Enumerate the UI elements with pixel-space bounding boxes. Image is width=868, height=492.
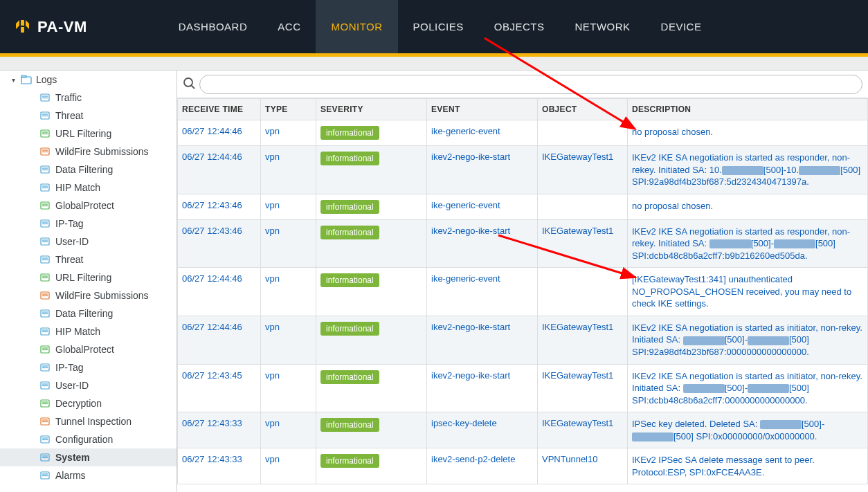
cell-description[interactable]: IKEv2 IKE SA negotiation is started as i…: [628, 364, 868, 412]
sidebar-item-hip-match[interactable]: HIP Match: [0, 322, 177, 340]
cell-event[interactable]: ike-generic-event: [427, 120, 538, 146]
cell-object[interactable]: [538, 268, 628, 316]
column-header-event[interactable]: EVENT: [427, 99, 538, 120]
cell-description[interactable]: [IKEGatewayTest1:341] unauthenticated NO…: [628, 268, 868, 316]
cell-type[interactable]: vpn: [261, 219, 316, 268]
log-type-icon: [40, 255, 51, 264]
sidebar-item-url-filtering[interactable]: URL Filtering: [0, 125, 177, 143]
sidebar-item-data-filtering[interactable]: Data Filtering: [0, 161, 177, 179]
cell-receive-time[interactable]: 06/27 12:44:46: [178, 268, 261, 316]
sidebar-item-url-filtering[interactable]: URL Filtering: [0, 268, 177, 286]
table-row[interactable]: 06/27 12:43:33vpninformationalikev2-send…: [178, 448, 868, 484]
cell-event[interactable]: ipsec-key-delete: [427, 412, 538, 448]
column-header-object[interactable]: OBJECT: [538, 99, 628, 120]
sidebar-item-user-id[interactable]: User-ID: [0, 376, 177, 394]
sidebar-item-wildfire-submissions[interactable]: WildFire Submissions: [0, 286, 177, 304]
cell-receive-time[interactable]: 06/27 12:43:46: [178, 219, 261, 268]
nav-tab-device[interactable]: DEVICE: [646, 0, 717, 53]
severity-badge: informational: [320, 152, 379, 165]
cell-description[interactable]: IKEv2 IKE SA negotiation is started as r…: [628, 146, 868, 194]
nav-tab-acc[interactable]: ACC: [262, 0, 316, 53]
svg-marker-2: [26, 20, 29, 29]
cell-event[interactable]: ikev2-nego-ike-start: [427, 146, 538, 194]
sidebar-group-logs[interactable]: ▾ Logs: [0, 71, 177, 89]
cell-object[interactable]: VPNTunnel10: [538, 448, 628, 484]
table-row[interactable]: 06/27 12:44:46vpninformationalike-generi…: [178, 120, 868, 146]
cell-description[interactable]: IKEv2 IKE SA negotiation is started as i…: [628, 316, 868, 364]
sidebar-item-label: URL Filtering: [55, 272, 111, 283]
table-row[interactable]: 06/27 12:44:46vpninformationalikev2-nego…: [178, 146, 868, 194]
cell-event[interactable]: ike-generic-event: [427, 194, 538, 219]
sidebar-item-decryption[interactable]: Decryption: [0, 394, 177, 412]
sidebar-item-ip-tag[interactable]: IP-Tag: [0, 215, 177, 233]
cell-event[interactable]: ikev2-send-p2-delete: [427, 448, 538, 484]
cell-receive-time[interactable]: 06/27 12:44:46: [178, 146, 261, 194]
cell-type[interactable]: vpn: [261, 194, 316, 219]
sidebar-item-traffic[interactable]: Traffic: [0, 89, 177, 107]
nav-tab-monitor[interactable]: MONITOR: [316, 0, 397, 53]
search-input[interactable]: [199, 75, 862, 94]
column-header-type[interactable]: TYPE: [261, 99, 316, 120]
cell-event[interactable]: ikev2-nego-ike-start: [427, 364, 538, 412]
sidebar-item-globalprotect[interactable]: GlobalProtect: [0, 197, 177, 215]
table-row[interactable]: 06/27 12:44:46vpninformationalikev2-nego…: [178, 316, 868, 364]
table-row[interactable]: 06/27 12:43:46vpninformationalike-generi…: [178, 194, 868, 219]
table-row[interactable]: 06/27 12:43:33vpninformationalipsec-key-…: [178, 412, 868, 448]
cell-description[interactable]: no proposal chosen.: [628, 120, 868, 146]
cell-receive-time[interactable]: 06/27 12:44:46: [178, 120, 261, 146]
log-type-icon: [40, 201, 51, 210]
nav-tab-network[interactable]: NETWORK: [559, 0, 645, 53]
sidebar-item-label: User-ID: [55, 380, 89, 391]
cell-type[interactable]: vpn: [261, 268, 316, 316]
search-bar: [177, 71, 868, 98]
cell-event[interactable]: ikev2-nego-ike-start: [427, 316, 538, 364]
cell-type[interactable]: vpn: [261, 146, 316, 194]
cell-object[interactable]: IKEGatewayTest1: [538, 146, 628, 194]
cell-description[interactable]: IKEv2 IKE SA negotiation is started as r…: [628, 219, 868, 268]
cell-object[interactable]: IKEGatewayTest1: [538, 219, 628, 268]
sidebar-item-system[interactable]: System: [0, 448, 177, 466]
cell-receive-time[interactable]: 06/27 12:43:33: [178, 412, 261, 448]
table-row[interactable]: 06/27 12:43:46vpninformationalikev2-nego…: [178, 219, 868, 268]
sidebar-item-alarms[interactable]: Alarms: [0, 466, 177, 484]
sidebar-item-user-id[interactable]: User-ID: [0, 233, 177, 250]
cell-event[interactable]: ikev2-nego-ike-start: [427, 219, 538, 268]
cell-description[interactable]: IKEv2 IPSec SA delete message sent to pe…: [628, 448, 868, 484]
cell-type[interactable]: vpn: [261, 316, 316, 364]
cell-object[interactable]: [538, 194, 628, 219]
cell-object[interactable]: IKEGatewayTest1: [538, 316, 628, 364]
sidebar-item-ip-tag[interactable]: IP-Tag: [0, 358, 177, 376]
cell-object[interactable]: [538, 120, 628, 146]
nav-tab-policies[interactable]: POLICIES: [398, 0, 479, 53]
nav-tab-dashboard[interactable]: DASHBOARD: [163, 0, 263, 53]
column-header-description[interactable]: DESCRIPTION: [628, 99, 868, 120]
cell-type[interactable]: vpn: [261, 120, 316, 146]
column-header-receive-time[interactable]: RECEIVE TIME: [178, 99, 261, 120]
sidebar-item-globalprotect[interactable]: GlobalProtect: [0, 340, 177, 358]
cell-description[interactable]: IPSec key deleted. Deleted SA: [500]-[50…: [628, 412, 868, 448]
cell-event[interactable]: ike-generic-event: [427, 268, 538, 316]
sidebar-group-label: Logs: [36, 74, 57, 85]
cell-receive-time[interactable]: 06/27 12:44:46: [178, 316, 261, 364]
sidebar-item-threat[interactable]: Threat: [0, 107, 177, 125]
sidebar-item-threat[interactable]: Threat: [0, 250, 177, 268]
nav-tab-objects[interactable]: OBJECTS: [479, 0, 560, 53]
cell-receive-time[interactable]: 06/27 12:43:45: [178, 364, 261, 412]
table-row[interactable]: 06/27 12:43:45vpninformationalikev2-nego…: [178, 364, 868, 412]
cell-type[interactable]: vpn: [261, 364, 316, 412]
sidebar-item-wildfire-submissions[interactable]: WildFire Submissions: [0, 143, 177, 161]
column-header-severity[interactable]: SEVERITY: [316, 99, 427, 120]
cell-description[interactable]: no proposal chosen.: [628, 194, 868, 219]
sidebar-item-hip-match[interactable]: HIP Match: [0, 179, 177, 197]
table-row[interactable]: 06/27 12:44:46vpninformationalike-generi…: [178, 268, 868, 316]
cell-receive-time[interactable]: 06/27 12:43:33: [178, 448, 261, 484]
sidebar-item-tunnel-inspection[interactable]: Tunnel Inspection: [0, 412, 177, 430]
log-table: RECEIVE TIMETYPESEVERITYEVENTOBJECTDESCR…: [177, 98, 868, 492]
cell-type[interactable]: vpn: [261, 412, 316, 448]
cell-receive-time[interactable]: 06/27 12:43:46: [178, 194, 261, 219]
cell-object[interactable]: IKEGatewayTest1: [538, 364, 628, 412]
cell-object[interactable]: IKEGatewayTest1: [538, 412, 628, 448]
cell-type[interactable]: vpn: [261, 448, 316, 484]
sidebar-item-configuration[interactable]: Configuration: [0, 430, 177, 448]
sidebar-item-data-filtering[interactable]: Data Filtering: [0, 304, 177, 322]
